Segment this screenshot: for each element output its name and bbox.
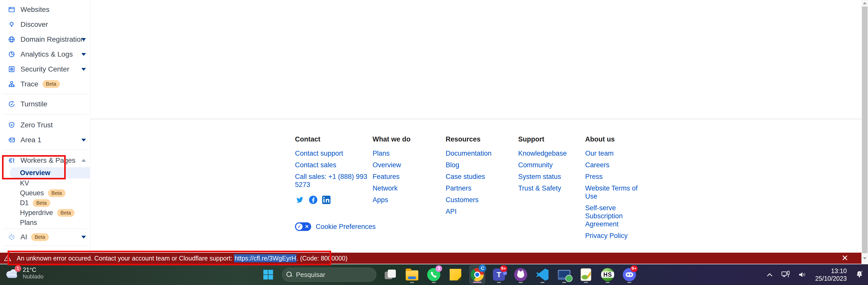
sidebar-item-area-1[interactable]: Area 1 bbox=[0, 132, 90, 147]
svg-text:z: z bbox=[859, 272, 860, 275]
facebook-icon[interactable] bbox=[309, 195, 318, 204]
github-desktop-button[interactable] bbox=[513, 265, 529, 284]
sidebar-subitem-d1[interactable]: D1 Beta bbox=[0, 198, 90, 208]
sidebar-item-domain-registration[interactable]: Domain Registration bbox=[0, 32, 90, 47]
tray-date: 25/10/2023 bbox=[815, 275, 847, 282]
notification-bell-icon[interactable]: zz bbox=[855, 270, 864, 279]
discord-badge: 9+ bbox=[630, 265, 638, 272]
chevron-down-icon[interactable] bbox=[82, 53, 86, 56]
sidebar-item-turnstile[interactable]: Turnstile bbox=[0, 96, 90, 112]
chevron-down-icon[interactable] bbox=[82, 236, 86, 239]
chevron-down-icon[interactable] bbox=[82, 38, 86, 41]
weather-widget[interactable]: 1 21°C Nublado bbox=[4, 266, 43, 280]
chrome-profile-badge: C bbox=[479, 264, 486, 272]
sidebar-item-label: Trace bbox=[21, 80, 38, 88]
scrollbar-thumb[interactable] bbox=[862, 7, 867, 253]
chevron-up-icon[interactable] bbox=[82, 159, 86, 162]
chrome-button[interactable]: C bbox=[469, 265, 485, 284]
remote-desktop-button[interactable] bbox=[556, 265, 572, 284]
footer-link-contact-support[interactable]: Contact support bbox=[295, 149, 373, 157]
start-button[interactable] bbox=[260, 265, 276, 284]
footer-link-overview[interactable]: Overview bbox=[373, 161, 436, 169]
taskbar-search[interactable] bbox=[282, 267, 376, 282]
divider bbox=[3, 94, 87, 94]
sidebar-item-label: AI bbox=[21, 233, 27, 241]
running-indicator-active bbox=[473, 282, 482, 283]
footer-link-privacy-policy[interactable]: Privacy Policy bbox=[585, 232, 645, 240]
footer-link-apps[interactable]: Apps bbox=[373, 196, 436, 204]
scroll-down-arrow-icon[interactable] bbox=[863, 257, 866, 259]
x-icon: ✕ bbox=[305, 224, 309, 229]
footer-link-case-studies[interactable]: Case studies bbox=[446, 172, 509, 181]
annotation-box-workers-pages bbox=[2, 155, 66, 179]
taskbar: 1 21°C Nublado bbox=[0, 264, 868, 285]
sidebar-item-discover[interactable]: Discover bbox=[0, 17, 90, 32]
chevron-down-icon[interactable] bbox=[82, 68, 86, 71]
running-indicator bbox=[519, 282, 523, 283]
footer-link-customers[interactable]: Customers bbox=[446, 196, 509, 204]
notepad-plus-plus-button[interactable] bbox=[578, 265, 594, 284]
footer-link-system-status[interactable]: System status bbox=[518, 172, 581, 181]
footer-link-features[interactable]: Features bbox=[373, 172, 436, 181]
whatsapp-button[interactable]: 3 bbox=[426, 265, 442, 284]
sidebar-subitem-queues[interactable]: Queues Beta bbox=[0, 188, 90, 198]
clock[interactable]: 13:10 25/10/2023 bbox=[815, 267, 847, 282]
sidebar-subitem-label: Queues bbox=[20, 189, 44, 197]
task-view-button[interactable] bbox=[382, 265, 398, 284]
footer-link-website-terms[interactable]: Website Terms of Use bbox=[585, 184, 645, 200]
discord-button[interactable]: 9+ bbox=[622, 265, 637, 284]
footer-link-blog[interactable]: Blog bbox=[446, 161, 509, 169]
twitter-icon[interactable] bbox=[295, 195, 305, 204]
sidebar-subitem-plans[interactable]: Plans bbox=[0, 218, 90, 228]
footer-link-partners[interactable]: Partners bbox=[446, 184, 509, 192]
sidebar-item-label: Area 1 bbox=[21, 136, 41, 144]
footer-column-support: Support Knowledgebase Community System s… bbox=[518, 135, 581, 196]
footer-link-self-serve-subscription[interactable]: Self-serve Subscription Agreement bbox=[585, 204, 645, 228]
footer-link-careers[interactable]: Careers bbox=[585, 161, 645, 169]
footer-link-trust-safety[interactable]: Trust & Safety bbox=[518, 184, 581, 192]
heidisql-button[interactable]: HS bbox=[600, 265, 616, 284]
running-indicator bbox=[410, 282, 414, 283]
footer-link-knowledgebase[interactable]: Knowledgebase bbox=[518, 149, 581, 157]
tray-chevron-up-icon[interactable] bbox=[766, 272, 773, 277]
footer-link-plans[interactable]: Plans bbox=[373, 149, 436, 157]
footer-link-contact-sales[interactable]: Contact sales bbox=[295, 161, 373, 169]
footer-link-community[interactable]: Community bbox=[518, 161, 581, 169]
teams-button[interactable]: T 9+ bbox=[491, 265, 507, 284]
divider bbox=[3, 229, 87, 229]
footer-column-resources: Resources Documentation Blog Case studie… bbox=[446, 135, 509, 219]
volume-icon[interactable] bbox=[798, 271, 807, 279]
file-explorer-button[interactable] bbox=[404, 265, 420, 284]
sidebar-item-zero-trust[interactable]: Zero Trust bbox=[0, 118, 90, 132]
sidebar-item-label: Security Center bbox=[21, 65, 69, 73]
sidebar-item-security-center[interactable]: Security Center bbox=[0, 62, 90, 76]
footer-link-network[interactable]: Network bbox=[373, 184, 436, 192]
sidebar-item-analytics-logs[interactable]: Analytics & Logs bbox=[0, 47, 90, 62]
sticky-notes-button[interactable] bbox=[448, 265, 463, 284]
search-input[interactable] bbox=[296, 271, 381, 279]
footer-link-our-team[interactable]: Our team bbox=[585, 149, 645, 157]
file-explorer-icon bbox=[406, 270, 418, 280]
footer-link-documentation[interactable]: Documentation bbox=[446, 149, 509, 157]
beta-badge: Beta bbox=[42, 80, 60, 88]
close-icon[interactable]: ✕ bbox=[841, 253, 848, 263]
linkedin-icon[interactable] bbox=[322, 195, 331, 204]
footer-link-press[interactable]: Press bbox=[585, 172, 645, 181]
footer-link-api[interactable]: API bbox=[446, 208, 509, 216]
scroll-up-arrow-icon[interactable] bbox=[863, 2, 866, 4]
cookie-toggle-icon: ✓ ✕ bbox=[295, 222, 311, 231]
footer-column-title: Contact bbox=[295, 135, 373, 143]
vscode-button[interactable] bbox=[535, 265, 550, 284]
sidebar-subitem-kv[interactable]: KV bbox=[0, 179, 90, 188]
running-indicator bbox=[562, 282, 566, 283]
scrollbar[interactable] bbox=[861, 0, 868, 264]
footer-link-call-sales[interactable]: Call sales: +1 (888) 993 5273 bbox=[295, 172, 373, 189]
footer-column-contact: Contact Contact support Contact sales Ca… bbox=[295, 135, 373, 204]
cookie-preferences[interactable]: ✓ ✕ Cookie Preferences bbox=[295, 222, 376, 231]
network-icon[interactable] bbox=[781, 271, 790, 279]
sidebar-subitem-hyperdrive[interactable]: Hyperdrive Beta bbox=[0, 208, 90, 218]
chevron-down-icon[interactable] bbox=[82, 139, 86, 141]
sidebar-item-ai[interactable]: AI Beta bbox=[0, 230, 90, 244]
sidebar-item-websites[interactable]: Websites bbox=[0, 2, 90, 17]
sidebar-item-trace[interactable]: Trace Beta bbox=[0, 76, 90, 92]
